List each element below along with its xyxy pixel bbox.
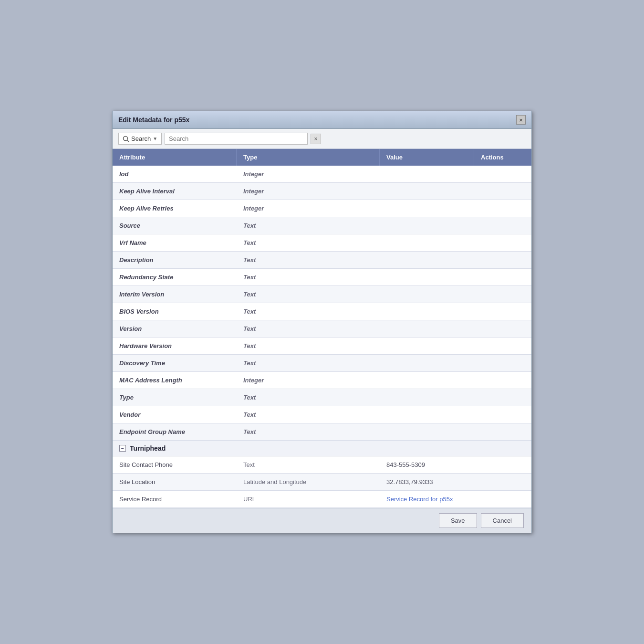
section-rows-container: Site Contact Phone Text 843-555-5309 Sit…: [113, 456, 531, 508]
value-text: 32.7833,79.9333: [386, 478, 433, 486]
value-cell[interactable]: [380, 394, 474, 401]
type-cell: Text: [237, 235, 380, 250]
type-cell: Text: [237, 407, 380, 422]
collapse-icon[interactable]: −: [119, 445, 126, 452]
value-text: 843-555-5309: [386, 461, 425, 468]
value-cell[interactable]: [380, 170, 474, 178]
table-row: Site Contact Phone Text 843-555-5309: [113, 456, 531, 474]
attribute-cell: Hardware Version: [113, 338, 237, 353]
type-cell: Text: [237, 304, 380, 319]
type-cell: Text: [237, 356, 380, 370]
table-row: Vendor Text: [113, 406, 531, 423]
attribute-cell: Interim Version: [113, 287, 237, 302]
value-cell[interactable]: [380, 274, 474, 281]
type-cell: Integer: [237, 184, 380, 199]
section-header-turniphead: − Turniphead: [113, 441, 531, 456]
attribute-cell: Keep Alive Interval: [113, 184, 237, 199]
search-button-label: Search: [131, 135, 151, 142]
attribute-cell: BIOS Version: [113, 304, 237, 319]
actions-cell: [474, 205, 531, 212]
type-cell: Text: [237, 270, 380, 285]
value-cell[interactable]: [380, 359, 474, 367]
actions-cell: [474, 428, 531, 436]
type-cell: Integer: [237, 167, 380, 181]
value-cell[interactable]: [380, 291, 474, 298]
value-cell: Service Record for p55x: [380, 492, 474, 507]
value-cell[interactable]: [380, 188, 474, 195]
actions-cell: [474, 411, 531, 419]
table-row: Site Location Latitude and Longitude 32.…: [113, 474, 531, 491]
attribute-cell: Source: [113, 218, 237, 233]
value-cell[interactable]: [380, 308, 474, 316]
type-cell: Text: [237, 390, 380, 405]
type-cell: URL: [237, 492, 380, 507]
attribute-cell: Type: [113, 390, 237, 405]
value-cell[interactable]: [380, 411, 474, 419]
type-cell: Text: [237, 218, 380, 233]
attribute-cell: Site Contact Phone: [113, 457, 237, 472]
type-cell: Latitude and Longitude: [237, 475, 380, 489]
value-cell[interactable]: [380, 222, 474, 230]
type-cell: Integer: [237, 201, 380, 216]
type-cell: Text: [237, 457, 380, 472]
value-cell: 32.7833,79.9333: [380, 475, 474, 489]
table-row: MAC Address Length Integer: [113, 372, 531, 389]
search-input[interactable]: [165, 133, 308, 145]
value-cell[interactable]: [380, 256, 474, 264]
value-cell: 843-555-5309: [380, 457, 474, 472]
actions-cell: [474, 325, 531, 333]
type-cell: Integer: [237, 373, 380, 388]
table-row: Description Text: [113, 252, 531, 269]
save-button[interactable]: Save: [439, 513, 477, 528]
search-dropdown-button[interactable]: Search ▼: [118, 133, 162, 145]
search-clear-button[interactable]: ×: [311, 134, 321, 144]
value-cell[interactable]: [380, 205, 474, 212]
actions-cell: [474, 377, 531, 384]
svg-line-1: [127, 140, 129, 142]
attribute-cell: Keep Alive Retries: [113, 201, 237, 216]
actions-cell: [474, 394, 531, 401]
attribute-cell: Vendor: [113, 407, 237, 422]
table-row: Redundancy State Text: [113, 269, 531, 286]
dialog-footer: Save Cancel: [113, 508, 531, 533]
header-type: Type: [237, 149, 380, 166]
value-cell[interactable]: [380, 428, 474, 436]
attribute-cell: Site Location: [113, 475, 237, 489]
table-row: Keep Alive Interval Integer: [113, 183, 531, 200]
attribute-cell: Vrf Name: [113, 235, 237, 250]
type-cell: Text: [237, 287, 380, 302]
actions-cell: [474, 274, 531, 281]
edit-metadata-dialog: Edit Metadata for p55x × Search ▼ × Attr…: [112, 111, 532, 533]
attribute-cell: Redundancy State: [113, 270, 237, 285]
cancel-button[interactable]: Cancel: [481, 513, 524, 528]
dialog-title: Edit Metadata for p55x: [118, 116, 189, 124]
attribute-cell: Description: [113, 253, 237, 267]
header-attribute: Attribute: [113, 149, 237, 166]
actions-cell: [474, 308, 531, 316]
table-row: Discovery Time Text: [113, 355, 531, 372]
attribute-cell: MAC Address Length: [113, 373, 237, 388]
table-scroll-area[interactable]: Iod Integer Keep Alive Interval Integer …: [113, 166, 531, 508]
table-row: Keep Alive Retries Integer: [113, 200, 531, 217]
value-cell[interactable]: [380, 239, 474, 247]
actions-cell: [474, 239, 531, 247]
attribute-cell: Discovery Time: [113, 356, 237, 370]
table-row: Vrf Name Text: [113, 234, 531, 252]
url-link[interactable]: Service Record for p55x: [386, 496, 453, 503]
type-cell: Text: [237, 424, 380, 439]
value-cell[interactable]: [380, 325, 474, 333]
italic-rows-container: Iod Integer Keep Alive Interval Integer …: [113, 166, 531, 441]
value-cell[interactable]: [380, 377, 474, 384]
actions-cell: [474, 342, 531, 350]
table-row: Version Text: [113, 320, 531, 338]
value-cell[interactable]: [380, 342, 474, 350]
close-button[interactable]: ×: [516, 115, 526, 125]
table-row: Hardware Version Text: [113, 338, 531, 355]
actions-cell: [474, 188, 531, 195]
table-row: Interim Version Text: [113, 286, 531, 303]
search-dropdown-arrow: ▼: [153, 136, 157, 141]
table-row: Type Text: [113, 389, 531, 406]
attribute-cell: Service Record: [113, 492, 237, 507]
actions-cell: [474, 291, 531, 298]
attribute-cell: Endpoint Group Name: [113, 424, 237, 439]
